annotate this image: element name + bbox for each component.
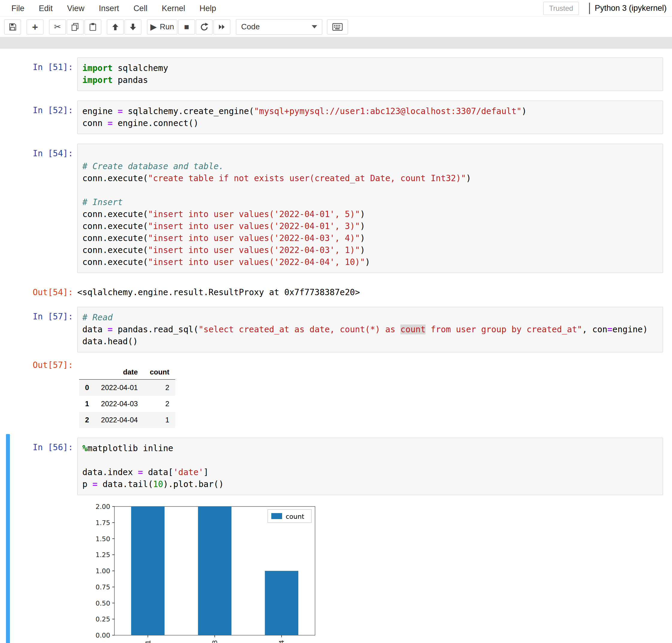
chevron-down-icon: [312, 25, 317, 28]
notebook-top-band: [0, 37, 672, 48]
menu-view[interactable]: View: [60, 0, 92, 17]
code-editor-52[interactable]: engine = sqlalchemy.create_engine("mysql…: [77, 100, 663, 134]
bar-chart: 0.000.250.500.751.001.251.501.752.002022…: [79, 502, 360, 643]
menu-bar: File Edit View Insert Cell Kernel Help T…: [0, 0, 672, 17]
svg-text:0.00: 0.00: [96, 632, 110, 639]
plus-icon: +: [32, 22, 38, 32]
trusted-button[interactable]: Trusted: [543, 2, 578, 15]
menu-kernel[interactable]: Kernel: [155, 0, 192, 17]
restart-kernel-button[interactable]: [196, 20, 213, 34]
command-palette-button[interactable]: [327, 20, 348, 34]
svg-text:1.75: 1.75: [96, 519, 110, 526]
cut-cells-button[interactable]: ✂: [49, 20, 66, 34]
input-prompt: In [52]:: [0, 100, 77, 115]
code-cell-56: In [56]: %matplotlib inline data.index =…: [0, 438, 672, 495]
kernel-divider: [589, 3, 590, 14]
menu-edit[interactable]: Edit: [32, 0, 60, 17]
input-prompt: In [54]:: [0, 144, 77, 158]
notebook-area: In [51]: import sqlalchemyimport pandas …: [0, 48, 672, 643]
svg-text:0.50: 0.50: [96, 599, 110, 607]
jupyter-notebook: { "menu": { "items": ["File", "Edit", "V…: [0, 0, 672, 643]
menu-help[interactable]: Help: [192, 0, 224, 17]
toolbar: + ✂ ▶ Run ■: [0, 17, 672, 37]
restart-icon: [200, 23, 209, 32]
cell-type-value: Code: [241, 22, 260, 32]
main-menu: File Edit View Insert Cell Kernel Help: [4, 0, 224, 17]
code-editor-56[interactable]: %matplotlib inline data.index = data['da…: [77, 438, 663, 495]
input-prompt: In [56]:: [0, 438, 77, 452]
menu-file[interactable]: File: [4, 0, 32, 17]
run-button[interactable]: ▶ Run: [147, 20, 177, 34]
result-proxy-text: <sqlalchemy.engine.result.ResultProxy at…: [77, 282, 360, 297]
output-cell-56: 0.000.250.500.751.001.251.501.752.002022…: [0, 498, 672, 643]
scissors-icon: ✂: [54, 23, 61, 31]
arrow-up-icon: [111, 23, 120, 31]
empty-prompt: [0, 498, 77, 503]
save-icon: [8, 23, 17, 32]
run-label: Run: [160, 22, 174, 32]
add-cell-button[interactable]: +: [27, 20, 44, 34]
code-cell-57: In [57]: # Readdata = pandas.read_sql("s…: [0, 307, 672, 352]
clipboard-icon: [88, 23, 97, 32]
play-icon: ▶: [150, 23, 157, 31]
copy-icon: [71, 23, 80, 32]
arrow-down-icon: [129, 23, 137, 31]
selected-cell: In [56]: %matplotlib inline data.index =…: [0, 438, 672, 643]
interrupt-kernel-button[interactable]: ■: [178, 20, 195, 34]
code-cell-51: In [51]: import sqlalchemyimport pandas: [0, 58, 672, 91]
menu-insert[interactable]: Insert: [92, 0, 127, 17]
fast-forward-icon: [218, 23, 226, 31]
menu-cell[interactable]: Cell: [127, 0, 155, 17]
svg-text:count: count: [286, 513, 304, 520]
code-cell-54: In [54]: # Create database and table.con…: [0, 144, 672, 273]
paste-cells-button[interactable]: [84, 20, 101, 34]
header-right: Trusted Python 3 (ipykernel): [543, 2, 669, 15]
input-prompt: In [57]:: [0, 307, 77, 322]
kernel-name: Python 3 (ipykernel): [595, 3, 669, 13]
selected-cell-indicator: [6, 434, 10, 643]
move-cell-down-button[interactable]: [124, 20, 141, 34]
restart-run-all-button[interactable]: [214, 20, 230, 34]
svg-text:0.75: 0.75: [96, 583, 110, 591]
svg-text:2022-04-03: 2022-04-03: [211, 640, 219, 643]
code-cell-52: In [52]: engine = sqlalchemy.create_engi…: [0, 100, 672, 134]
input-prompt: In [51]:: [0, 58, 77, 72]
cell-type-dropdown[interactable]: Code: [236, 19, 322, 35]
svg-text:1.25: 1.25: [96, 551, 110, 559]
dataframe-table: datecount02022-04-01212022-04-03222022-0…: [77, 365, 175, 428]
output-prompt: Out[57]:: [0, 355, 77, 370]
output-prompt: Out[54]:: [0, 282, 77, 297]
keyboard-icon: [333, 23, 343, 31]
svg-text:1.00: 1.00: [96, 567, 110, 575]
svg-text:2022-04-01: 2022-04-01: [144, 640, 152, 643]
svg-text:1.50: 1.50: [96, 535, 110, 543]
svg-text:2.00: 2.00: [96, 503, 110, 510]
code-editor-54[interactable]: # Create database and table.conn.execute…: [77, 144, 663, 273]
stop-icon: ■: [184, 23, 189, 31]
svg-text:2022-04-04: 2022-04-04: [278, 640, 285, 643]
output-cell-57: Out[57]: datecount02022-04-01212022-04-0…: [0, 355, 672, 428]
copy-cells-button[interactable]: [67, 20, 84, 34]
code-editor-51[interactable]: import sqlalchemyimport pandas: [77, 58, 663, 91]
move-cell-up-button[interactable]: [107, 20, 124, 34]
code-editor-57[interactable]: # Readdata = pandas.read_sql("select cre…: [77, 307, 663, 352]
dataframe-output: datecount02022-04-01212022-04-03222022-0…: [77, 355, 175, 428]
svg-text:0.25: 0.25: [96, 616, 110, 623]
output-cell-54: Out[54]: <sqlalchemy.engine.result.Resul…: [0, 282, 672, 297]
save-button[interactable]: [4, 20, 21, 34]
